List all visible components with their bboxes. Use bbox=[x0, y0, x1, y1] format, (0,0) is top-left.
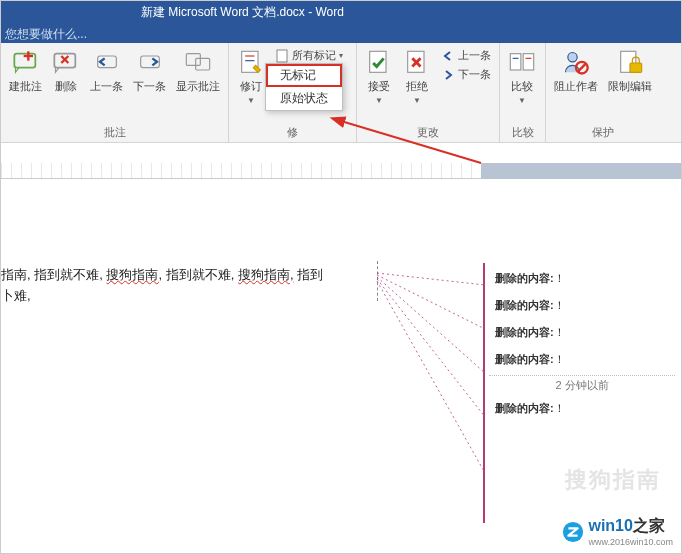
svg-line-33 bbox=[377, 279, 485, 417]
reject-icon bbox=[403, 49, 431, 77]
show-comments-icon bbox=[184, 49, 212, 77]
track-changes-button[interactable]: 修订 ▼ bbox=[235, 47, 267, 107]
spell-error: 搜狗指南, bbox=[106, 267, 162, 282]
chevron-down-icon: ▼ bbox=[375, 96, 383, 105]
prev-change-icon bbox=[441, 49, 455, 63]
group-protect: 阻止作者 限制编辑 保护 bbox=[546, 43, 660, 142]
delete-comment-button[interactable]: 删除 bbox=[50, 47, 82, 96]
svg-rect-8 bbox=[186, 54, 200, 66]
title-bar: 新建 Microsoft Word 文档.docx - Word bbox=[1, 1, 681, 23]
dropdown-original[interactable]: 原始状态 bbox=[266, 87, 342, 110]
revision-item[interactable]: 删除的内容:！ bbox=[489, 346, 675, 373]
group-compare: 比较 ▼ 比较 bbox=[500, 43, 546, 142]
svg-rect-20 bbox=[510, 54, 520, 70]
compare-label: 比较 bbox=[511, 79, 533, 94]
next-change-label: 下一条 bbox=[458, 67, 491, 82]
chevron-down-icon: ▼ bbox=[413, 96, 421, 105]
accept-button[interactable]: 接受 ▼ bbox=[363, 47, 395, 107]
delete-comment-icon bbox=[52, 49, 80, 77]
delete-comment-label: 删除 bbox=[55, 79, 77, 94]
reject-label: 拒绝 bbox=[406, 79, 428, 94]
chevron-down-icon: ▾ bbox=[339, 51, 343, 60]
revision-item[interactable]: 删除的内容:！ bbox=[489, 395, 675, 422]
track-changes-label: 修订 bbox=[240, 79, 262, 94]
group-protect-label: 保护 bbox=[552, 123, 654, 140]
watermark-logo: win10之家 www.2016win10.com bbox=[562, 516, 673, 547]
restrict-editing-icon bbox=[616, 49, 644, 77]
markup-all-label: 所有标记 bbox=[292, 48, 336, 63]
new-comment-icon bbox=[12, 49, 40, 77]
prev-comment-button[interactable]: 上一条 bbox=[88, 47, 125, 96]
new-comment-label: 建批注 bbox=[9, 79, 42, 94]
new-comment-button[interactable]: 建批注 bbox=[7, 47, 44, 96]
block-authors-icon bbox=[562, 49, 590, 77]
chevron-down-icon: ▼ bbox=[518, 96, 526, 105]
compare-icon bbox=[508, 49, 536, 77]
svg-rect-16 bbox=[370, 51, 386, 72]
svg-rect-9 bbox=[196, 58, 210, 70]
svg-line-31 bbox=[377, 275, 485, 329]
spell-error: 搜狗指南, bbox=[238, 267, 294, 282]
accept-icon bbox=[365, 49, 393, 77]
group-comments-label: 批注 bbox=[7, 123, 222, 140]
next-change-icon bbox=[441, 68, 455, 82]
svg-line-26 bbox=[578, 64, 585, 71]
revision-marker-bar bbox=[483, 263, 485, 523]
revision-time: 2 分钟以前 bbox=[489, 375, 675, 393]
doc-icon bbox=[275, 49, 289, 63]
chevron-down-icon: ▼ bbox=[247, 96, 255, 105]
svg-point-24 bbox=[568, 53, 577, 62]
svg-rect-28 bbox=[630, 63, 642, 72]
document-title: 新建 Microsoft Word 文档.docx - Word bbox=[141, 4, 344, 21]
logo-icon bbox=[562, 521, 584, 543]
group-tracking-label: 修 bbox=[235, 123, 350, 140]
markup-dropdown: 无标记 原始状态 bbox=[265, 63, 343, 111]
document-text[interactable]: 指南, 指到就不难, 搜狗指南, 指到就不难, 搜狗指南, 指到 卜难, bbox=[1, 265, 377, 307]
tell-me-placeholder: 您想要做什么... bbox=[5, 27, 87, 41]
svg-line-30 bbox=[377, 273, 485, 285]
accept-label: 接受 bbox=[368, 79, 390, 94]
svg-line-34 bbox=[377, 281, 485, 473]
text-boundary bbox=[377, 261, 378, 301]
prev-comment-label: 上一条 bbox=[90, 79, 123, 94]
markup-all-item[interactable]: 所有标记▾ bbox=[273, 47, 345, 64]
prev-comment-icon bbox=[93, 49, 121, 77]
dropdown-no-markup[interactable]: 无标记 bbox=[266, 64, 342, 87]
next-comment-icon bbox=[136, 49, 164, 77]
revisions-pane: 删除的内容:！ 删除的内容:！ 删除的内容:！ 删除的内容:！ 2 分钟以前 删… bbox=[489, 265, 675, 422]
group-compare-label: 比较 bbox=[506, 123, 539, 140]
prev-change-label: 上一条 bbox=[458, 48, 491, 63]
restrict-editing-label: 限制编辑 bbox=[608, 79, 652, 94]
block-authors-button[interactable]: 阻止作者 bbox=[552, 47, 600, 96]
svg-line-32 bbox=[377, 277, 485, 373]
revision-item[interactable]: 删除的内容:！ bbox=[489, 265, 675, 292]
track-changes-icon bbox=[237, 49, 265, 77]
document-area: 指南, 指到就不难, 搜狗指南, 指到就不难, 搜狗指南, 指到 卜难, 删除的… bbox=[1, 143, 681, 554]
group-changes: 接受 ▼ 拒绝 ▼ 上一条 下一条 更改 bbox=[357, 43, 500, 142]
next-change-item[interactable]: 下一条 bbox=[439, 66, 493, 83]
revision-item[interactable]: 删除的内容:！ bbox=[489, 319, 675, 346]
restrict-editing-button[interactable]: 限制编辑 bbox=[606, 47, 654, 96]
svg-rect-21 bbox=[523, 54, 534, 70]
block-authors-label: 阻止作者 bbox=[554, 79, 598, 94]
revision-item[interactable]: 删除的内容:！ bbox=[489, 292, 675, 319]
next-comment-label: 下一条 bbox=[133, 79, 166, 94]
reject-button[interactable]: 拒绝 ▼ bbox=[401, 47, 433, 107]
show-comments-label: 显示批注 bbox=[176, 79, 220, 94]
tell-me-box[interactable]: 您想要做什么... bbox=[1, 23, 681, 43]
watermark-faint: 搜狗指南 bbox=[565, 465, 661, 495]
ruler bbox=[1, 163, 681, 179]
compare-button[interactable]: 比较 ▼ bbox=[506, 47, 538, 107]
show-comments-button[interactable]: 显示批注 bbox=[174, 47, 222, 96]
prev-change-item[interactable]: 上一条 bbox=[439, 47, 493, 64]
group-changes-label: 更改 bbox=[363, 123, 493, 140]
svg-rect-13 bbox=[277, 50, 287, 62]
group-comments: 建批注 删除 上一条 下一条 显示批注 批注 bbox=[1, 43, 229, 142]
next-comment-button[interactable]: 下一条 bbox=[131, 47, 168, 96]
